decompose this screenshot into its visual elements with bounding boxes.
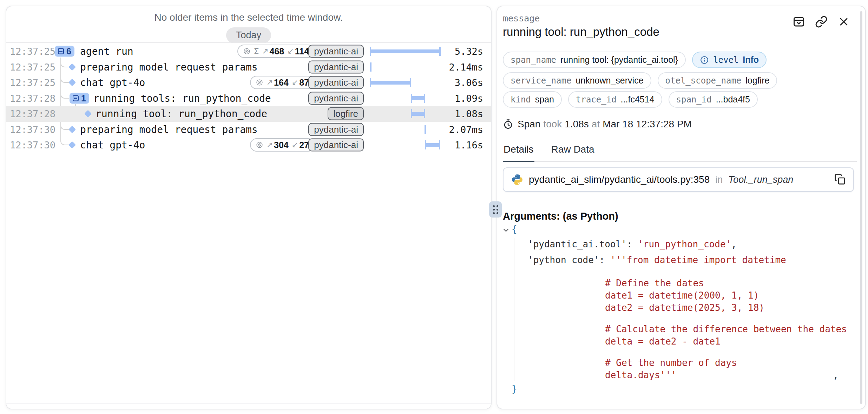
span-label: chat gpt-4o xyxy=(80,77,145,88)
arrow-up-right-icon: ↗ xyxy=(262,47,268,56)
arrow-down-left-icon: ↙ xyxy=(292,78,298,87)
tab-details[interactable]: Details xyxy=(503,144,534,162)
code-line xyxy=(512,348,858,357)
panel-resize-handle[interactable] xyxy=(489,201,502,218)
attribute-pill-row: service_nameunknown_serviceotel_scope_na… xyxy=(503,72,777,89)
detail-header-actions xyxy=(792,15,850,29)
span-timeline xyxy=(370,91,441,105)
span-diamond-icon xyxy=(68,79,75,86)
attribute-pill-row: kindspantrace_id...fc4514span_id...bda4f… xyxy=(503,91,758,108)
code-line: # Calculate the difference between the d… xyxy=(512,323,858,335)
span-label: preparing model request params xyxy=(80,123,258,135)
token-usage-badge: ↗304↙27 xyxy=(250,138,315,152)
duration-tick xyxy=(425,125,426,134)
span-diamond-icon xyxy=(84,110,91,118)
attribute-pill-row: span_namerunning tool: {pydantic_ai.tool… xyxy=(503,52,767,68)
row-timestamp: 12:37:25 xyxy=(10,61,55,72)
sum-icon: Σ xyxy=(254,47,259,56)
row-timestamp: 12:37:28 xyxy=(10,93,55,104)
trace-row[interactable]: 12:37:28running tool: run_python_codelog… xyxy=(6,106,491,122)
span-duration: 3.06s xyxy=(455,77,483,88)
scope-tag[interactable]: pydantic-ai xyxy=(308,45,364,58)
duration-bar xyxy=(370,49,441,53)
scope-tag[interactable]: pydantic-ai xyxy=(308,123,364,136)
collapse-minus-icon xyxy=(73,95,79,101)
scope-tag[interactable]: pydantic-ai xyxy=(308,60,364,73)
span-duration: 5.32s xyxy=(455,46,483,57)
detail-scrollbar[interactable] xyxy=(860,11,862,404)
trace-row[interactable]: 12:37:30preparing model request paramspy… xyxy=(6,122,491,138)
trace-row[interactable]: 12:37:256agent runΣ↗468↙114pydantic-ai5.… xyxy=(6,44,491,59)
attribute-key: kind xyxy=(511,95,531,105)
attribute-pill: service_nameunknown_service xyxy=(503,72,651,89)
collapse-toggle[interactable]: 1 xyxy=(70,93,89,104)
span-label: agent run xyxy=(80,46,133,57)
span-duration: 1.09s xyxy=(455,93,483,104)
span-label: running tools: run_python_code xyxy=(93,92,271,104)
collapse-chevron-icon[interactable] xyxy=(502,225,509,236)
attribute-value: ...bda4f5 xyxy=(716,94,750,105)
code-line: # Get the number of days xyxy=(512,357,858,369)
child-count: 1 xyxy=(81,93,86,103)
span-duration: 2.07ms xyxy=(449,124,483,135)
code-line xyxy=(512,268,858,277)
span-timeline xyxy=(370,122,441,136)
trace-row[interactable]: 12:37:281running tools: run_python_codep… xyxy=(6,91,491,106)
python-icon xyxy=(511,174,523,186)
code-line: } xyxy=(512,381,858,396)
scope-tag[interactable]: logfire xyxy=(328,107,364,120)
attribute-value: Info xyxy=(743,55,759,65)
trace-list-header: No older items in the selected time wind… xyxy=(6,6,491,43)
attribute-key: trace_id xyxy=(576,95,617,105)
row-timestamp: 12:37:30 xyxy=(10,140,55,151)
duration-bar xyxy=(411,96,425,100)
collapse-minus-icon xyxy=(58,48,64,54)
tokens-sent: ↗164 xyxy=(267,78,289,88)
collapse-toggle[interactable]: 6 xyxy=(55,46,74,57)
scope-tag[interactable]: pydantic-ai xyxy=(308,92,364,105)
span-timeline xyxy=(370,75,441,89)
trailing-comma: , xyxy=(833,369,839,381)
trace-row[interactable]: 12:37:25preparing model request paramspy… xyxy=(6,59,491,75)
arguments-code-block: {'pydantic_ai.tool': 'run_python_code','… xyxy=(512,222,858,396)
took-text: Mar 18 12:37:28 PM xyxy=(603,119,692,130)
tab-raw-data[interactable]: Raw Data xyxy=(551,144,595,162)
span-label: chat gpt-4o xyxy=(80,139,145,151)
span-timeline xyxy=(370,107,441,121)
code-line xyxy=(512,314,858,323)
info-icon xyxy=(700,55,709,65)
no-older-items-banner: No older items in the selected time wind… xyxy=(6,6,491,23)
token-usage-badge: Σ↗468↙114 xyxy=(237,45,315,58)
link-icon[interactable] xyxy=(815,15,828,29)
span-timeline xyxy=(370,44,441,58)
today-button[interactable]: Today xyxy=(226,27,271,43)
span-duration-line: Spantook1.08satMar 18 12:37:28 PM xyxy=(503,119,692,130)
span-label: preparing model request params xyxy=(80,61,258,73)
attribute-value: logfire xyxy=(745,75,769,86)
trace-row[interactable]: 12:37:25chat gpt-4o↗164↙87pydantic-ai3.0… xyxy=(6,75,491,91)
trace-row[interactable]: 12:37:30chat gpt-4o↗304↙27pydantic-ai1.1… xyxy=(6,137,491,153)
archive-icon[interactable] xyxy=(792,15,805,29)
attribute-pill: levelInfo xyxy=(692,52,767,68)
row-timestamp: 12:37:28 xyxy=(10,108,55,119)
span-label: running tool: run_python_code xyxy=(96,108,267,120)
scope-tag[interactable]: pydantic-ai xyxy=(308,76,364,89)
scope-tag[interactable]: pydantic-ai xyxy=(308,139,364,152)
duration-bar xyxy=(370,81,411,85)
source-preposition: in xyxy=(715,174,723,185)
code-line: delta = date2 - date1 xyxy=(512,335,858,348)
attribute-pill: span_id...bda4f5 xyxy=(669,91,758,108)
attribute-value: ...fc4514 xyxy=(621,94,655,105)
attribute-key: otel_scope_name xyxy=(665,76,742,86)
took-text: took xyxy=(543,119,562,130)
code-line: 'pydantic_ai.tool': 'run_python_code', xyxy=(512,236,858,252)
close-icon[interactable] xyxy=(837,15,850,29)
tokens-sent: ↗304 xyxy=(267,140,289,150)
row-timestamp: 12:37:25 xyxy=(10,77,55,88)
code-line: date2 = datetime(2025, 3, 18) xyxy=(512,302,858,314)
attribute-key: service_name xyxy=(511,76,571,86)
token-usage-badge: ↗164↙87 xyxy=(250,76,315,89)
tokens-received: ↙27 xyxy=(292,140,309,150)
copy-icon[interactable] xyxy=(834,174,846,186)
duration-bar xyxy=(411,112,425,116)
